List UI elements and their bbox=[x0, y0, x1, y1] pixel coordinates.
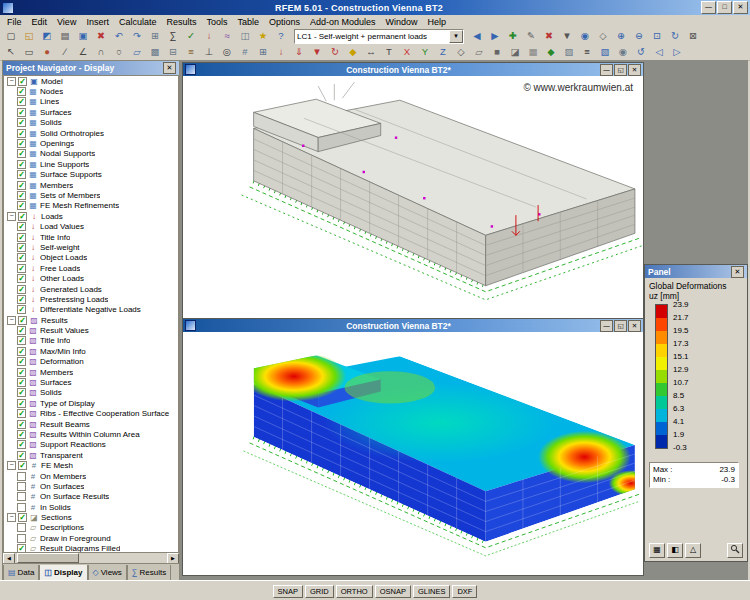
scroll-right-icon[interactable]: ▶ bbox=[167, 553, 179, 564]
checkbox[interactable]: ✓ bbox=[17, 87, 26, 96]
new-member-icon[interactable]: ≡ bbox=[183, 44, 200, 60]
view-isometric-icon[interactable]: ◇ bbox=[595, 28, 612, 44]
checkbox[interactable]: ✓ bbox=[17, 430, 26, 439]
checkbox[interactable]: ✓ bbox=[17, 139, 26, 148]
zoom-in-icon[interactable]: ⊕ bbox=[613, 28, 630, 44]
scrollbar-thumb[interactable] bbox=[17, 553, 79, 563]
tree-item-members[interactable]: ✓▧Members bbox=[4, 367, 178, 377]
snap-toggle-icon[interactable]: ◆ bbox=[543, 44, 560, 60]
tab-results[interactable]: ∑Results bbox=[127, 565, 171, 581]
checkbox[interactable] bbox=[17, 503, 26, 512]
checkbox[interactable]: ✓ bbox=[17, 336, 26, 345]
tree-item-title-info[interactable]: ✓▧Title Info bbox=[4, 336, 178, 346]
select-arrow-icon[interactable]: ↖ bbox=[3, 44, 20, 60]
status-ortho[interactable]: ORTHO bbox=[336, 585, 373, 598]
menu-insert[interactable]: Insert bbox=[81, 17, 114, 27]
rendering-icon[interactable]: ◫ bbox=[237, 28, 254, 44]
checkbox[interactable]: ✓ bbox=[17, 295, 26, 304]
tab-views[interactable]: ◇Views bbox=[88, 565, 127, 581]
delete-load-icon[interactable]: ✖ bbox=[541, 28, 558, 44]
checkbox[interactable]: ✓ bbox=[17, 409, 26, 418]
menu-results[interactable]: Results bbox=[161, 17, 201, 27]
checkbox[interactable]: ✓ bbox=[18, 316, 27, 325]
panel-close-icon[interactable]: ✕ bbox=[731, 266, 744, 278]
tree-item-descriptions[interactable]: ▱Descriptions bbox=[4, 523, 178, 533]
favorites-icon[interactable]: ★ bbox=[255, 28, 272, 44]
mesh-refinement-icon[interactable]: ⊞ bbox=[255, 44, 272, 60]
tree-item-result-beams[interactable]: ✓▧Result Beams bbox=[4, 419, 178, 429]
tree-item-support-reactions[interactable]: ✓▧Support Reactions bbox=[4, 440, 178, 450]
status-osnap[interactable]: OSNAP bbox=[375, 585, 411, 598]
checkbox[interactable]: ✓ bbox=[17, 222, 26, 231]
delete-icon[interactable]: ✖ bbox=[93, 28, 110, 44]
new-arc-icon[interactable]: ∩ bbox=[93, 44, 110, 60]
status-grid[interactable]: GRID bbox=[305, 585, 334, 598]
checkbox[interactable]: ✓ bbox=[17, 274, 26, 283]
checkbox[interactable]: ✓ bbox=[17, 440, 26, 449]
tree-item-generated-loads[interactable]: ✓↓Generated Loads bbox=[4, 284, 178, 294]
display-properties-icon[interactable]: ≡ bbox=[579, 44, 596, 60]
menu-window[interactable]: Window bbox=[381, 17, 423, 27]
tree-item-title-info[interactable]: ✓↓Title Info bbox=[4, 232, 178, 242]
view-x-icon[interactable]: X bbox=[399, 44, 416, 60]
nodal-load-icon[interactable]: ↓ bbox=[273, 44, 290, 60]
menu-help[interactable]: Help bbox=[423, 17, 452, 27]
wireframe-mode-icon[interactable]: ▱ bbox=[471, 44, 488, 60]
tree-item-loads[interactable]: −✓↓Loads bbox=[4, 211, 178, 221]
rotate-view-icon[interactable]: ↻ bbox=[667, 28, 684, 44]
panel-titlebar[interactable]: Panel ✕ bbox=[645, 265, 747, 278]
tree-item-line-supports[interactable]: ✓▦Line Supports bbox=[4, 159, 178, 169]
menu-options[interactable]: Options bbox=[264, 17, 305, 27]
grid-toggle-icon[interactable]: ▦ bbox=[525, 44, 542, 60]
tree-item-fe-mesh-refinements[interactable]: ✓▦FE Mesh Refinements bbox=[4, 201, 178, 211]
moment-load-icon[interactable]: ↻ bbox=[327, 44, 344, 60]
tree-item-ribs-effective-cooperation-surface[interactable]: ✓▧Ribs - Effective Cooperation Surface bbox=[4, 409, 178, 419]
solid-mode-icon[interactable]: ■ bbox=[489, 44, 506, 60]
tree-item-sets-of-members[interactable]: ✓▦Sets of Members bbox=[4, 190, 178, 200]
checkbox[interactable]: ✓ bbox=[17, 149, 26, 158]
checkbox[interactable]: ✓ bbox=[17, 243, 26, 252]
redo-icon[interactable]: ↷ bbox=[129, 28, 146, 44]
tree-item-solid-orthotropies[interactable]: ✓▦Solid Orthotropies bbox=[4, 128, 178, 138]
new-line-icon[interactable]: ∕ bbox=[57, 44, 74, 60]
checkbox[interactable]: ✓ bbox=[17, 170, 26, 179]
show-loads-icon[interactable]: ↓ bbox=[201, 28, 218, 44]
tree-item-sections[interactable]: −✓◪Sections bbox=[4, 512, 178, 522]
checkbox[interactable]: ✓ bbox=[17, 97, 26, 106]
checkbox[interactable] bbox=[17, 523, 26, 532]
viewport-minimize-icon[interactable]: — bbox=[600, 64, 613, 76]
minimize-button[interactable]: — bbox=[701, 1, 716, 14]
checkbox[interactable]: ✓ bbox=[17, 160, 26, 169]
checkbox[interactable]: ✓ bbox=[17, 129, 26, 138]
tree-item-results-within-column-area[interactable]: ✓▧Results Within Column Area bbox=[4, 429, 178, 439]
next-load-case-icon[interactable]: ▶ bbox=[487, 28, 504, 44]
deformation-3d-view[interactable] bbox=[183, 332, 643, 575]
menu-view[interactable]: View bbox=[52, 17, 81, 27]
tree-item-object-loads[interactable]: ✓↓Object Loads bbox=[4, 253, 178, 263]
checkbox[interactable]: ✓ bbox=[17, 181, 26, 190]
section-plane-icon[interactable]: ▧ bbox=[597, 44, 614, 60]
viewport-results-titlebar[interactable]: Construction Vienna BT2* — ◱ ✕ bbox=[183, 319, 643, 332]
close-button[interactable]: ✕ bbox=[733, 1, 748, 14]
checkbox[interactable]: ✓ bbox=[17, 264, 26, 273]
checkbox[interactable]: ✓ bbox=[17, 285, 26, 294]
new-circle-icon[interactable]: ○ bbox=[111, 44, 128, 60]
expander-icon[interactable]: − bbox=[7, 461, 16, 470]
status-snap[interactable]: SNAP bbox=[273, 585, 303, 598]
copy-icon[interactable]: ▣ bbox=[75, 28, 92, 44]
combo-dropdown-icon[interactable]: ▼ bbox=[449, 30, 463, 43]
view-z-icon[interactable]: Z bbox=[435, 44, 452, 60]
tree-item-on-surface-results[interactable]: #On Surface Results bbox=[4, 492, 178, 502]
checkbox[interactable]: ✓ bbox=[18, 212, 27, 221]
checkbox[interactable]: ✓ bbox=[17, 399, 26, 408]
tree-item-members[interactable]: ✓▦Members bbox=[4, 180, 178, 190]
checkbox[interactable]: ✓ bbox=[18, 77, 27, 86]
panel-filter-tab-icon[interactable]: △ bbox=[685, 543, 701, 558]
fe-mesh-icon[interactable]: # bbox=[237, 44, 254, 60]
zoom-window-icon[interactable]: ⊡ bbox=[649, 28, 666, 44]
expander-icon[interactable]: − bbox=[7, 77, 16, 86]
viewport-close-icon[interactable]: ✕ bbox=[628, 320, 641, 332]
expander-icon[interactable]: − bbox=[7, 212, 16, 221]
checkbox[interactable]: ✓ bbox=[17, 118, 26, 127]
tree-item-draw-in-foreground[interactable]: ▱Draw in Foreground bbox=[4, 533, 178, 543]
